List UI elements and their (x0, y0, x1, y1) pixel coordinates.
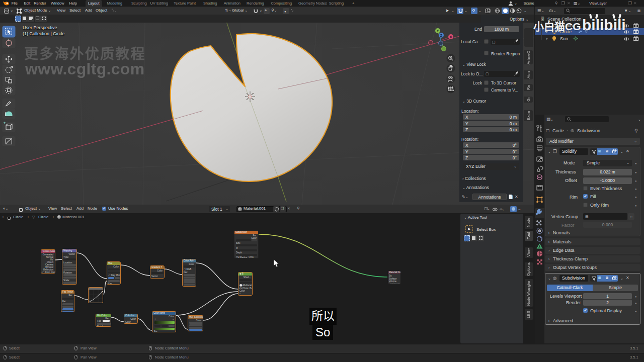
svg-text:Y: Y (437, 29, 439, 33)
svg-text:X: X (450, 35, 452, 39)
svg-text:Z: Z (440, 34, 443, 37)
